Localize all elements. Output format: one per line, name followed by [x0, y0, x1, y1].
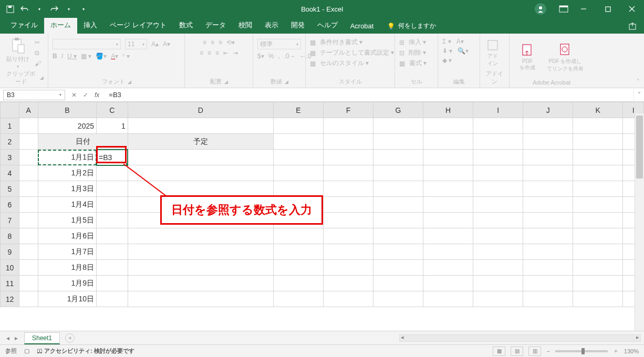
fx-icon[interactable]: fx — [95, 91, 99, 99]
underline-button[interactable]: U ▾ — [67, 52, 77, 60]
tab-help[interactable]: ヘルプ — [311, 17, 344, 34]
borders-button[interactable]: ▦ ▾ — [81, 52, 91, 60]
font-size-combo[interactable]: 11▾ — [125, 39, 147, 49]
row-header-1[interactable]: 1 — [1, 118, 19, 134]
col-header-G[interactable]: G — [373, 102, 423, 118]
cell-B4[interactable]: 1月2日 — [38, 165, 96, 181]
col-header-C[interactable]: C — [97, 102, 128, 118]
row-header-7[interactable]: 7 — [1, 213, 19, 228]
cell-B1[interactable]: 2025 — [38, 118, 96, 134]
pdf-share-button[interactable]: PDF を作成し てリンクを共有 — [545, 42, 586, 74]
pdf-create-button[interactable]: PDF を作成 — [517, 43, 537, 72]
cell-B3[interactable]: 1月1日 — [38, 150, 96, 165]
cell-B8[interactable]: 1月6日 — [38, 228, 96, 244]
tab-insert[interactable]: 挿入 — [77, 17, 103, 34]
normal-view-button[interactable]: ▦ — [493, 346, 505, 356]
autosum-button[interactable]: Σ ▾ A▾ — [442, 38, 464, 45]
tab-developer[interactable]: 開発 — [285, 17, 311, 34]
cell-C1[interactable]: 1 — [97, 118, 128, 134]
paste-button[interactable]: 貼り付け ▾ — [4, 36, 32, 70]
qat-customize-icon[interactable]: ▾ — [79, 4, 88, 14]
conditional-format-button[interactable]: ▦ 条件付き書式 ▾ — [310, 38, 362, 47]
format-as-table-button[interactable]: ▦ テーブルとして書式設定 ▾ — [310, 48, 394, 57]
cell-D2[interactable]: 予定 — [128, 134, 273, 150]
format-painter-icon[interactable]: 🖌 — [35, 60, 41, 67]
cell-A2[interactable] — [19, 134, 38, 150]
cell-A3[interactable] — [19, 150, 38, 165]
close-button[interactable] — [620, 0, 644, 18]
number-dialog-launcher[interactable]: ◢ — [285, 79, 288, 85]
cancel-formula-icon[interactable]: ✕ — [71, 91, 77, 99]
phonetic-button[interactable]: ᶻ ▾ — [122, 52, 129, 60]
indent-dec-icon[interactable]: ⇤ — [223, 49, 228, 57]
fill-button[interactable]: ⬇ ▾ 🔍▾ — [442, 47, 469, 55]
format-cells-button[interactable]: ▦ 書式 ▾ — [399, 59, 427, 68]
vertical-scrollbar[interactable] — [635, 113, 644, 331]
addins-button[interactable]: アド イン — [484, 38, 501, 68]
row-header-5[interactable]: 5 — [1, 181, 19, 197]
maximize-button[interactable] — [596, 0, 620, 18]
row-header-4[interactable]: 4 — [1, 165, 19, 181]
cell-A1[interactable] — [19, 118, 38, 134]
save-icon[interactable] — [5, 4, 15, 14]
tab-data[interactable]: データ — [199, 17, 232, 34]
tell-me-search[interactable]: 💡 何をしますか — [387, 22, 436, 34]
align-center-icon[interactable]: ≡ — [207, 49, 211, 57]
cell-styles-button[interactable]: ▦ セルのスタイル ▾ — [310, 59, 369, 68]
macro-record-icon[interactable]: ▢ — [24, 348, 29, 354]
share-button[interactable] — [621, 19, 644, 34]
accessibility-status[interactable]: 🕮 アクセシビリティ: 検討が必要です — [37, 347, 134, 355]
clipboard-dialog-launcher[interactable]: ◢ — [40, 75, 44, 80]
col-header-J[interactable]: J — [523, 102, 573, 118]
minimize-button[interactable] — [572, 0, 596, 18]
col-header-F[interactable]: F — [323, 102, 373, 118]
zoom-in-button[interactable]: ＋ — [613, 347, 619, 355]
sheet-nav-next-icon[interactable]: ▸ — [15, 334, 18, 342]
sheet-tab-sheet1[interactable]: Sheet1 — [24, 332, 60, 344]
cell-B9[interactable]: 1月7日 — [38, 244, 96, 260]
page-break-view-button[interactable]: ▥ — [528, 346, 541, 356]
cell-C3[interactable]: =B3 — [97, 150, 128, 165]
page-layout-view-button[interactable]: ▤ — [511, 346, 523, 356]
account-icon[interactable] — [535, 3, 546, 15]
col-header-A[interactable]: A — [19, 102, 38, 118]
cell-B12[interactable]: 1月10日 — [38, 291, 96, 307]
col-header-D[interactable]: D — [128, 102, 273, 118]
copy-icon[interactable]: ⧉ — [35, 49, 41, 57]
tab-view[interactable]: 表示 — [258, 17, 285, 34]
enter-formula-icon[interactable]: ✓ — [83, 91, 88, 99]
indent-inc-icon[interactable]: ⇥ — [233, 49, 238, 57]
tab-home[interactable]: ホーム — [44, 17, 77, 34]
bold-button[interactable]: B — [53, 52, 57, 60]
row-header-6[interactable]: 6 — [1, 197, 19, 213]
cell-B11[interactable]: 1月9日 — [38, 276, 96, 291]
col-header-I[interactable]: I — [473, 102, 523, 118]
number-format-combo[interactable]: 標準▾ — [257, 39, 301, 49]
tab-formulas[interactable]: 数式 — [173, 17, 199, 34]
row-header-9[interactable]: 9 — [1, 244, 19, 260]
delete-cells-button[interactable]: ⊟ 削除 ▾ — [399, 48, 426, 57]
cell-D1[interactable] — [128, 118, 273, 134]
zoom-out-button[interactable]: − — [546, 348, 549, 354]
align-left-icon[interactable]: ≡ — [200, 49, 203, 57]
align-bottom-icon[interactable]: ≡ — [219, 39, 222, 46]
horizontal-scrollbar[interactable] — [399, 334, 641, 342]
collapse-ribbon-icon[interactable]: ˄ — [637, 78, 640, 86]
undo-dropdown-icon[interactable]: ▾ — [35, 4, 44, 14]
percent-format-icon[interactable]: % — [268, 52, 274, 60]
formula-input[interactable]: =B3 — [106, 91, 633, 99]
increase-decimal-icon[interactable]: .0→ — [284, 52, 296, 60]
tab-review[interactable]: 校閲 — [232, 17, 258, 34]
row-header-2[interactable]: 2 — [1, 134, 19, 150]
grow-font-icon[interactable]: A▴ — [151, 40, 159, 48]
zoom-slider[interactable] — [555, 350, 608, 352]
align-top-icon[interactable]: ≡ — [203, 39, 206, 46]
tab-acrobat[interactable]: Acrobat — [344, 19, 380, 34]
align-right-icon[interactable]: ≡ — [215, 49, 219, 57]
comma-format-icon[interactable]: , — [278, 52, 279, 60]
tab-file[interactable]: ファイル — [4, 17, 44, 34]
cell-B5[interactable]: 1月3日 — [38, 181, 96, 197]
col-header-E[interactable]: E — [273, 102, 323, 118]
clear-button[interactable]: ◆ ▾ — [442, 57, 452, 64]
cut-icon[interactable]: ✂ — [35, 39, 41, 46]
